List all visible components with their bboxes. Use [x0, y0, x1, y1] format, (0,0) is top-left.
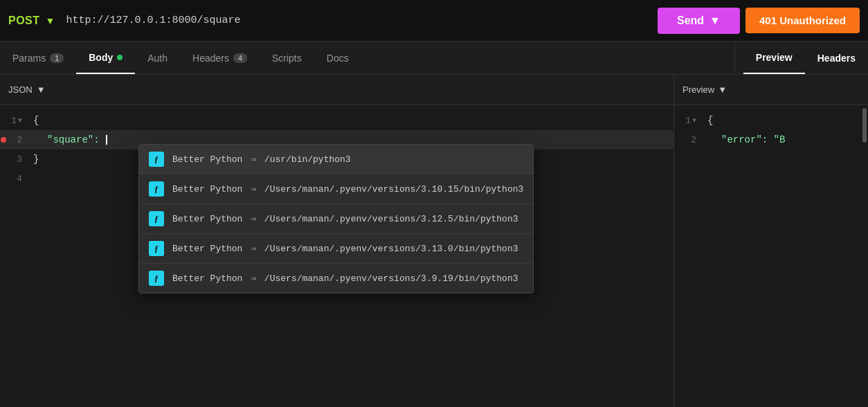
format-arrow-icon: ▼: [37, 84, 46, 95]
ac-text-1: Better Python ⇒ /Users/manan/.pyenv/vers…: [172, 183, 523, 195]
tab-response-headers[interactable]: Headers: [805, 42, 868, 74]
code-line-1: 1 ▼ {: [0, 111, 673, 130]
status-badge: 401 Unauthorized: [745, 8, 860, 33]
left-panel: JSON ▼ 1 ▼ { 2: [0, 75, 674, 407]
right-toolbar: Preview ▼: [674, 75, 868, 105]
ac-text-2: Better Python ⇒ /Users/manan/.pyenv/vers…: [172, 213, 518, 224]
status-text-label: Unauthorized: [779, 15, 846, 26]
tab-params[interactable]: Params 1: [0, 42, 76, 74]
scrollbar-thumb[interactable]: [862, 108, 867, 143]
method-dropdown[interactable]: ▼: [46, 15, 55, 26]
code-key-square: "square":: [47, 134, 100, 145]
tab-scripts-label: Scripts: [272, 53, 302, 64]
autocomplete-item-3[interactable]: ƒ Better Python ⇒ /Users/manan/.pyenv/ve…: [139, 234, 533, 264]
tab-headers[interactable]: Headers 4: [180, 42, 260, 74]
tab-docs-label: Docs: [327, 53, 349, 64]
tab-preview[interactable]: Preview: [743, 42, 805, 74]
tab-body[interactable]: Body: [76, 42, 135, 74]
send-dropdown-arrow-icon: ▼: [709, 15, 721, 27]
url-input[interactable]: http://127.0.0.1:8000/square: [60, 15, 652, 26]
fold-icon-1[interactable]: ▼: [18, 117, 22, 125]
right-panel: Preview ▼ 1 ▼ { 2: [674, 75, 868, 407]
send-button[interactable]: Send ▼: [658, 8, 740, 34]
content-area: JSON ▼ 1 ▼ { 2: [0, 75, 868, 407]
left-tabs: Params 1 Body Auth Headers 4 Scripts Doc…: [0, 42, 734, 74]
right-line-number-2: 2: [674, 135, 702, 145]
ac-icon-1: ƒ: [149, 181, 164, 197]
error-dot: [1, 137, 6, 143]
ac-icon-4: ƒ: [149, 271, 164, 286]
tab-body-label: Body: [89, 52, 113, 63]
format-dropdown[interactable]: JSON ▼: [8, 84, 46, 95]
format-label: JSON: [8, 84, 33, 95]
line-num-text-1: 1: [11, 116, 17, 126]
line-number-1: 1 ▼: [0, 116, 28, 126]
right-code: 1 ▼ { 2 "error": "B: [674, 105, 868, 407]
ac-icon-0: ƒ: [149, 152, 164, 167]
tab-docs[interactable]: Docs: [314, 42, 361, 74]
tab-response-headers-label: Headers: [817, 53, 856, 64]
line-number-3: 3: [0, 154, 28, 165]
ac-text-0: Better Python ⇒ /usr/bin/python3: [172, 154, 351, 165]
autocomplete-item-4[interactable]: ƒ Better Python ⇒ /Users/manan/.pyenv/ve…: [139, 264, 533, 293]
right-code-key-error: "error": "B: [721, 134, 785, 145]
tab-auth[interactable]: Auth: [135, 42, 180, 74]
text-cursor: [106, 135, 107, 145]
autocomplete-item-1[interactable]: ƒ Better Python ⇒ /Users/manan/.pyenv/ve…: [139, 174, 533, 204]
left-toolbar: JSON ▼: [0, 75, 673, 105]
tab-auth-label: Auth: [147, 53, 168, 64]
tab-params-label: Params: [12, 53, 46, 64]
autocomplete-item-2[interactable]: ƒ Better Python ⇒ /Users/manan/.pyenv/ve…: [139, 204, 533, 234]
ac-text-3: Better Python ⇒ /Users/manan/.pyenv/vers…: [172, 243, 518, 254]
body-active-dot: [117, 55, 123, 60]
right-line-content-1: {: [702, 115, 868, 126]
line-number-4: 4: [0, 174, 28, 184]
ac-icon-2: ƒ: [149, 211, 164, 226]
ac-icon-3: ƒ: [149, 241, 164, 256]
tab-preview-label: Preview: [756, 52, 793, 63]
autocomplete-item-0[interactable]: ƒ Better Python ⇒ /usr/bin/python3: [139, 145, 533, 174]
line-number-2: 2: [10, 135, 28, 145]
right-line-number-1: 1 ▼: [674, 116, 702, 126]
preview-dropdown[interactable]: Preview ▼: [682, 84, 727, 95]
right-code-line-2: 2 "error": "B: [674, 130, 868, 150]
method-label: POST: [8, 15, 40, 27]
code-editor[interactable]: 1 ▼ { 2 "square":: [0, 105, 673, 407]
tab-headers-label: Headers: [192, 53, 229, 64]
autocomplete-dropdown[interactable]: ƒ Better Python ⇒ /usr/bin/python3 ƒ Bet…: [138, 144, 534, 293]
tab-scripts[interactable]: Scripts: [260, 42, 314, 74]
send-label: Send: [677, 15, 704, 27]
right-tabs: Preview Headers: [734, 42, 868, 74]
tab-bar: Params 1 Body Auth Headers 4 Scripts Doc…: [0, 42, 868, 75]
preview-label: Preview: [682, 84, 714, 95]
tab-params-badge: 1: [50, 53, 64, 63]
tab-headers-badge: 4: [233, 53, 247, 63]
line-content-1: {: [28, 115, 673, 126]
ac-text-4: Better Python ⇒ /Users/manan/.pyenv/vers…: [172, 273, 518, 284]
right-code-line-1: 1 ▼ {: [674, 111, 868, 130]
line-num-text-2: 2: [17, 135, 22, 145]
method-arrow-icon: ▼: [46, 15, 55, 26]
status-code: 401: [759, 15, 777, 26]
line-num-text-4: 4: [17, 174, 22, 184]
top-bar: POST ▼ http://127.0.0.1:8000/square Send…: [0, 0, 868, 42]
right-line-content-2: "error": "B: [702, 134, 868, 145]
preview-arrow-icon: ▼: [718, 84, 727, 95]
line-num-text-3: 3: [17, 154, 22, 165]
